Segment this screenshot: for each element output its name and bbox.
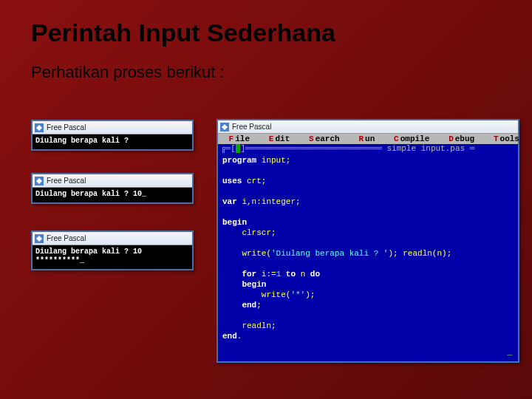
- window-title: Free Pascal: [47, 123, 86, 132]
- code-token: var: [222, 197, 237, 206]
- menu-hotkey: T: [492, 134, 500, 143]
- console-output: Diulang berapa kali ?: [33, 134, 192, 149]
- code-token: write(: [222, 290, 290, 299]
- code-token: i:=: [256, 270, 276, 279]
- editor-frame-top: ╔═[■]════════════════════════════ simple…: [218, 144, 518, 154]
- editor-cursor-icon: _: [507, 348, 512, 357]
- menu-edit[interactable]: Edit: [256, 134, 296, 143]
- code-editor[interactable]: program input; uses crt; var i,n:integer…: [218, 154, 518, 344]
- free-pascal-icon: [35, 234, 44, 243]
- code-token: do: [310, 270, 320, 279]
- console-line: Diulang berapa kali ?: [35, 137, 133, 145]
- slide-title: Perintah Input Sederhana: [31, 18, 335, 47]
- code-token: crt;: [242, 177, 266, 185]
- code-token: n: [296, 270, 310, 279]
- free-pascal-icon: [35, 123, 44, 132]
- menu-hotkey: E: [267, 134, 276, 143]
- menu-debug[interactable]: Debug: [436, 134, 481, 143]
- menubar[interactable]: File Edit Search Run Compile Debug Tools: [218, 134, 518, 144]
- menu-hotkey: S: [307, 134, 316, 143]
- free-pascal-icon: [35, 177, 44, 185]
- code-token: begin: [222, 218, 247, 227]
- console-output: Diulang berapa kali ? 10_: [33, 188, 192, 202]
- code-token: clrscr;: [222, 228, 276, 237]
- code-token: write(: [222, 249, 271, 258]
- code-token: .: [237, 332, 242, 341]
- titlebar: Free Pascal: [33, 232, 192, 245]
- menu-search[interactable]: Search: [296, 134, 346, 143]
- menu-file[interactable]: File: [221, 134, 256, 143]
- code-token: ); readln(n);: [388, 249, 451, 258]
- ide-window: Free Pascal File Edit Search Run Compile…: [216, 119, 519, 363]
- code-token: 'Diulang berapa kali ? ': [271, 249, 388, 258]
- menu-tools[interactable]: Tools: [481, 134, 526, 143]
- console-line: **********_: [35, 256, 84, 265]
- window-title: Free Pascal: [232, 123, 271, 131]
- code-token: );: [305, 290, 315, 299]
- code-token: program: [222, 156, 256, 165]
- code-token: readln;: [222, 321, 276, 330]
- code-token: ;: [256, 301, 262, 310]
- menu-hotkey: R: [357, 134, 365, 143]
- code-token: uses: [222, 177, 242, 185]
- code-token: i,n:integer;: [237, 197, 301, 206]
- free-pascal-icon: [220, 123, 229, 132]
- console-window-2: Free Pascal Diulang berapa kali ? 10_: [31, 173, 194, 204]
- console-window-3: Free Pascal Diulang berapa kali ? 10 ***…: [31, 231, 194, 270]
- code-token: for: [222, 270, 256, 279]
- slide-subtitle: Perhatikan proses berikut :: [31, 63, 225, 82]
- console-line: Diulang berapa kali ? 10: [35, 248, 142, 256]
- window-title: Free Pascal: [47, 177, 86, 185]
- code-token: '*': [290, 290, 305, 299]
- editor-filename: simple input.pas: [386, 144, 465, 153]
- code-token: begin: [222, 280, 266, 289]
- console-line: Diulang berapa kali ? 10_: [35, 190, 146, 198]
- code-token: end: [222, 332, 237, 341]
- menu-hotkey: C: [392, 134, 400, 143]
- titlebar: Free Pascal: [33, 121, 192, 134]
- titlebar: Free Pascal: [33, 174, 192, 188]
- code-token: input;: [256, 156, 290, 165]
- menu-hotkey: F: [228, 134, 236, 143]
- menu-compile[interactable]: Compile: [381, 134, 436, 143]
- window-title: Free Pascal: [47, 234, 86, 242]
- titlebar: Free Pascal: [218, 120, 518, 134]
- code-token: to: [281, 270, 296, 279]
- menu-hotkey: D: [447, 134, 455, 143]
- console-output: Diulang berapa kali ? 10 **********_: [33, 245, 192, 269]
- code-token: end: [222, 301, 256, 310]
- menu-run[interactable]: Run: [346, 134, 381, 143]
- console-window-1: Free Pascal Diulang berapa kali ?: [31, 120, 194, 151]
